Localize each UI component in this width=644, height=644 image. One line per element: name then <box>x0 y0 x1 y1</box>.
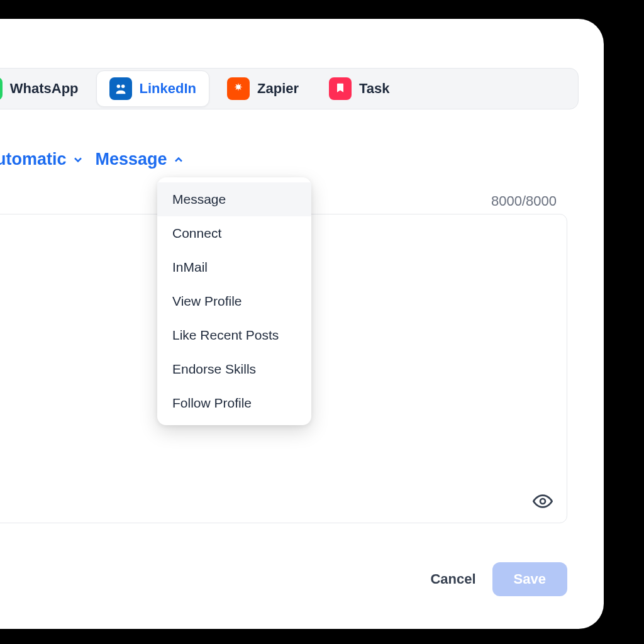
cancel-button[interactable]: Cancel <box>430 571 475 587</box>
dropdown-item-inmail[interactable]: InMail <box>157 250 311 284</box>
tab-whatsapp[interactable]: WhatsApp <box>0 71 91 106</box>
svg-point-2 <box>540 499 545 504</box>
mode-dropdown[interactable]: Automatic <box>0 150 84 169</box>
tab-task[interactable]: Task <box>316 71 402 106</box>
tab-label: WhatsApp <box>10 80 79 97</box>
task-icon <box>329 77 352 100</box>
dropdown-item-like-posts[interactable]: Like Recent Posts <box>157 318 311 352</box>
linkedin-icon <box>109 77 132 100</box>
chevron-down-icon <box>72 153 84 166</box>
modal-panel: IS WhatsApp LinkedIn Zapier Task <box>0 19 604 629</box>
tab-label: Zapier <box>257 80 299 97</box>
action-dropdown-menu: Message Connect InMail View Profile Like… <box>157 177 311 425</box>
whatsapp-icon <box>0 77 3 100</box>
dropdown-item-view-profile[interactable]: View Profile <box>157 284 311 318</box>
mode-label: Automatic <box>0 150 67 169</box>
chevron-up-icon <box>172 153 185 166</box>
action-breadcrumb: edIn Automatic Message <box>0 150 185 169</box>
channel-tabbar: IS WhatsApp LinkedIn Zapier Task <box>0 68 579 109</box>
dropdown-item-endorse[interactable]: Endorse Skills <box>157 352 311 386</box>
footer-actions: Cancel Save <box>430 562 567 596</box>
dropdown-item-follow[interactable]: Follow Profile <box>157 386 311 420</box>
dropdown-item-connect[interactable]: Connect <box>157 216 311 250</box>
svg-point-0 <box>116 85 120 89</box>
tab-label: LinkedIn <box>140 80 196 97</box>
tab-zapier[interactable]: Zapier <box>214 71 311 106</box>
save-button[interactable]: Save <box>492 562 567 596</box>
tab-label: Task <box>359 80 390 97</box>
tab-linkedin[interactable]: LinkedIn <box>96 70 209 107</box>
dropdown-item-message[interactable]: Message <box>157 182 311 216</box>
preview-icon[interactable] <box>533 491 553 514</box>
action-dropdown[interactable]: Message <box>96 150 185 169</box>
char-counter: 8000/8000 <box>491 193 557 209</box>
action-label: Message <box>96 150 167 169</box>
svg-point-1 <box>121 85 125 89</box>
zapier-icon <box>227 77 250 100</box>
